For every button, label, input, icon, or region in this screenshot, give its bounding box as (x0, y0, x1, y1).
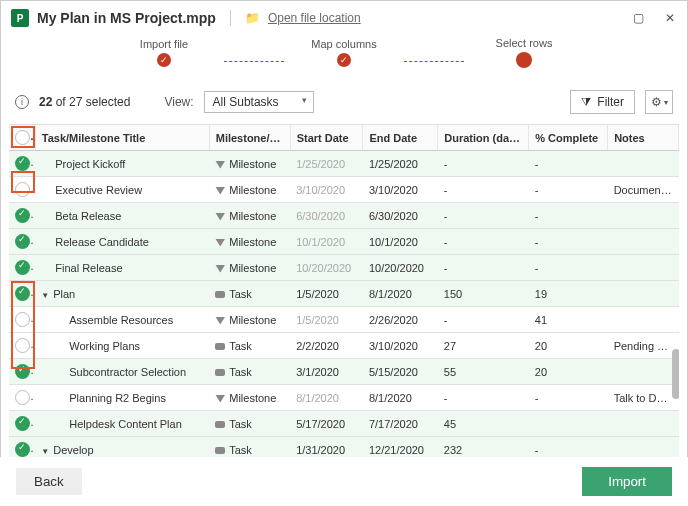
scrollbar[interactable] (672, 149, 679, 462)
row-checkbox[interactable] (15, 338, 30, 353)
start-date: 6/30/2020 (290, 203, 363, 229)
col-pct[interactable]: % Complete (529, 125, 608, 151)
milestone-icon (215, 187, 225, 195)
expand-caret-icon[interactable]: ▼ (41, 291, 49, 300)
pct-complete: - (529, 255, 608, 281)
start-date: 1/5/2020 (290, 281, 363, 307)
end-date: 8/1/2020 (363, 385, 438, 411)
scrollbar-thumb[interactable] (672, 349, 679, 399)
stepper: Import file✓ Map columns✓ Select rows (1, 35, 687, 78)
row-checkbox[interactable] (15, 416, 30, 431)
table-row[interactable]: Planning R2 BeginsMilestone8/1/20208/1/2… (9, 385, 679, 411)
start-date: 3/1/2020 (290, 359, 363, 385)
view-select[interactable]: All Subtasks (204, 91, 314, 113)
notes (608, 151, 679, 177)
import-button[interactable]: Import (582, 467, 672, 496)
expand-caret-icon[interactable]: ▼ (41, 447, 49, 456)
end-date: 10/20/2020 (363, 255, 438, 281)
pct-complete: 20 (529, 359, 608, 385)
start-date: 1/25/2020 (290, 151, 363, 177)
row-checkbox[interactable] (15, 208, 30, 223)
start-date: 1/5/2020 (290, 307, 363, 333)
table-row[interactable]: Beta ReleaseMilestone6/30/20206/30/2020-… (9, 203, 679, 229)
start-date: 10/20/2020 (290, 255, 363, 281)
window-close-icon[interactable]: ✕ (663, 11, 677, 25)
task-type: Task (229, 366, 252, 378)
notes: Pending app… (608, 333, 679, 359)
open-file-location-link[interactable]: Open file location (268, 11, 361, 25)
step-label: Map columns (311, 38, 376, 50)
window-maximize-icon[interactable]: ▢ (631, 11, 645, 25)
task-type: Milestone (229, 262, 276, 274)
selection-count: 22 of 27 selected (39, 95, 130, 109)
table-row[interactable]: ▼PlanTask1/5/20208/1/202015019 (9, 281, 679, 307)
pct-complete: 20 (529, 333, 608, 359)
end-date: 6/30/2020 (363, 203, 438, 229)
duration: - (438, 385, 529, 411)
task-type: Task (229, 444, 252, 456)
back-button[interactable]: Back (16, 468, 82, 495)
table-row[interactable]: Assemble ResourcesMilestone1/5/20202/26/… (9, 307, 679, 333)
row-checkbox[interactable] (15, 312, 30, 327)
row-checkbox[interactable] (15, 182, 30, 197)
start-date: 2/2/2020 (290, 333, 363, 359)
task-type: Milestone (229, 158, 276, 170)
table-row[interactable]: Working PlansTask2/2/20203/10/20202720Pe… (9, 333, 679, 359)
select-all-checkbox[interactable] (15, 130, 30, 145)
table-row[interactable]: Final ReleaseMilestone10/20/202010/20/20… (9, 255, 679, 281)
end-date: 1/25/2020 (363, 151, 438, 177)
end-date: 2/26/2020 (363, 307, 438, 333)
milestone-icon (215, 317, 225, 325)
folder-icon: 📁 (245, 11, 260, 25)
task-title: Working Plans (69, 340, 140, 352)
task-title: Develop (53, 444, 93, 456)
col-notes[interactable]: Notes (608, 125, 679, 151)
pct-complete: - (529, 203, 608, 229)
col-end[interactable]: End Date (363, 125, 438, 151)
pct-complete: - (529, 385, 608, 411)
notes (608, 411, 679, 437)
table-row[interactable]: Project KickoffMilestone1/25/20201/25/20… (9, 151, 679, 177)
table-row[interactable]: Executive ReviewMilestone3/10/20203/10/2… (9, 177, 679, 203)
milestone-icon (215, 161, 225, 169)
row-checkbox[interactable] (15, 364, 30, 379)
row-checkbox[interactable] (15, 286, 30, 301)
row-checkbox[interactable] (15, 156, 30, 171)
table-row[interactable]: Release CandidateMilestone10/1/202010/1/… (9, 229, 679, 255)
end-date: 8/1/2020 (363, 281, 438, 307)
pct-complete: - (529, 229, 608, 255)
row-checkbox[interactable] (15, 442, 30, 457)
col-duration[interactable]: Duration (days) (438, 125, 529, 151)
row-checkbox[interactable] (15, 234, 30, 249)
settings-button[interactable]: ⚙▾ (645, 90, 673, 114)
task-title: Plan (53, 288, 75, 300)
table-row[interactable]: Helpdesk Content PlanTask5/17/20207/17/2… (9, 411, 679, 437)
task-type: Task (229, 340, 252, 352)
filter-icon: ⧩ (581, 95, 591, 109)
col-start[interactable]: Start Date (290, 125, 363, 151)
milestone-icon (215, 213, 225, 221)
notes (608, 229, 679, 255)
row-checkbox[interactable] (15, 390, 30, 405)
task-type: Milestone (229, 314, 276, 326)
row-checkbox[interactable] (15, 260, 30, 275)
filter-button[interactable]: ⧩Filter (570, 90, 635, 114)
notes: Talk to Dan a… (608, 385, 679, 411)
task-title: Executive Review (55, 184, 142, 196)
notes (608, 281, 679, 307)
notes (608, 255, 679, 281)
col-title[interactable]: Task/Milestone Title (35, 125, 209, 151)
col-type[interactable]: Milestone/Task (209, 125, 290, 151)
step-label: Select rows (496, 37, 553, 49)
duration: 45 (438, 411, 529, 437)
table-row[interactable]: Subcontractor SelectionTask3/1/20205/15/… (9, 359, 679, 385)
duration: - (438, 203, 529, 229)
end-date: 7/17/2020 (363, 411, 438, 437)
milestone-icon (215, 265, 225, 273)
notes: Documentati… (608, 177, 679, 203)
end-date: 3/10/2020 (363, 177, 438, 203)
task-title: Final Release (55, 262, 122, 274)
task-grid: Task/Milestone Title Milestone/Task Star… (9, 124, 679, 462)
milestone-icon (215, 395, 225, 403)
start-date: 10/1/2020 (290, 229, 363, 255)
